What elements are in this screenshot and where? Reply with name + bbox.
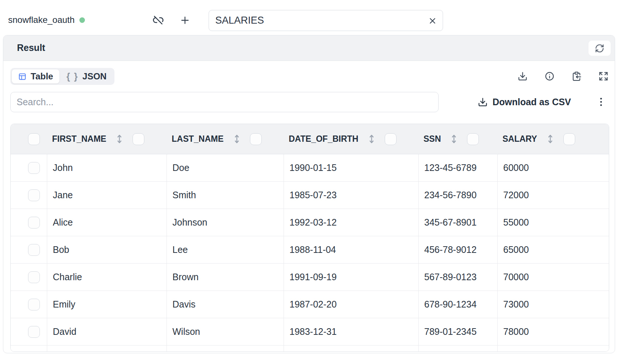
- table-cell: [47, 346, 167, 352]
- column-checkbox[interactable]: [133, 133, 144, 145]
- result-panel: Result Table { } JSON Download as CSV: [3, 35, 615, 353]
- table-row: BobLee1988-11-04456-78-901265000: [11, 236, 609, 264]
- row-select-cell: [11, 182, 47, 209]
- table-cell: Smith: [167, 182, 284, 209]
- search-input[interactable]: [10, 92, 439, 112]
- table-cell: Johnson: [167, 209, 284, 236]
- row-select-cell: [11, 209, 47, 236]
- select-all-checkbox[interactable]: [28, 133, 40, 145]
- table-cell: 678-90-1234: [418, 291, 497, 318]
- kebab-menu-icon[interactable]: [596, 97, 606, 107]
- table-header-row: FIRST_NAMELAST_NAMEDATE_OF_BIRTHSSNSALAR…: [11, 124, 609, 154]
- column-checkbox[interactable]: [467, 133, 479, 145]
- tab-table-label: Table: [31, 71, 53, 82]
- table-cell: Bob: [47, 236, 167, 263]
- table-cell: 1985-07-23: [284, 182, 418, 209]
- table-cell: [284, 346, 418, 352]
- column-checkbox[interactable]: [385, 133, 397, 145]
- header-cell-ssn: SSN: [418, 124, 497, 154]
- table-cell: 60000: [497, 154, 609, 181]
- table-cell: 345-67-8901: [418, 209, 497, 236]
- table-cell: 1992-03-12: [284, 209, 418, 236]
- clipboard-paste-icon[interactable]: [572, 71, 581, 81]
- table-controls-row: Download as CSV: [10, 92, 609, 112]
- table-cell: 1987-02-20: [284, 291, 418, 318]
- table-cell: Jane: [47, 182, 167, 209]
- header-cell-first_name: FIRST_NAME: [47, 124, 167, 154]
- table-row: CharlieBrown1991-09-19567-89-012370000: [11, 264, 609, 291]
- tab-table[interactable]: Table: [12, 69, 59, 83]
- table-row: EmilyDavis1987-02-20678-90-123473000: [11, 291, 609, 318]
- row-checkbox[interactable]: [28, 162, 40, 174]
- plus-icon[interactable]: [180, 15, 190, 25]
- table-row: AliceJohnson1992-03-12345-67-890155000: [11, 209, 609, 236]
- row-select-cell: [11, 346, 47, 352]
- braces-icon: { }: [66, 71, 78, 82]
- table-cell: Alice: [47, 209, 167, 236]
- row-checkbox[interactable]: [28, 271, 40, 283]
- column-label: FIRST_NAME: [52, 134, 106, 144]
- unlink-icon[interactable]: [152, 14, 164, 26]
- refresh-button[interactable]: [589, 41, 611, 56]
- connection-status-dot: [79, 17, 85, 23]
- column-label: SALARY: [502, 134, 537, 144]
- column-label: SSN: [423, 134, 441, 144]
- table-cell: 55000: [497, 209, 609, 236]
- download-icon: [478, 97, 488, 107]
- sort-icon[interactable]: [116, 134, 123, 144]
- table-cell: Doe: [167, 154, 284, 181]
- table-cell: Lee: [167, 236, 284, 263]
- row-checkbox[interactable]: [28, 217, 40, 229]
- table-cell: 72000: [497, 182, 609, 209]
- table-cell: [418, 346, 497, 352]
- table-cell: 567-89-0123: [418, 264, 497, 291]
- table-cell: John: [47, 154, 167, 181]
- table-row: JaneSmith1985-07-23234-56-789072000: [11, 182, 609, 209]
- row-select-cell: [11, 318, 47, 345]
- table-cell: Emily: [47, 291, 167, 318]
- result-toolbar: [518, 71, 608, 81]
- connection-label: snowflake_oauth: [8, 15, 75, 25]
- result-table: FIRST_NAMELAST_NAMEDATE_OF_BIRTHSSNSALAR…: [10, 124, 609, 352]
- table-cell: 123-45-6789: [418, 154, 497, 181]
- tab-json[interactable]: { } JSON: [60, 69, 113, 83]
- column-checkbox[interactable]: [563, 133, 575, 145]
- download-icon[interactable]: [518, 71, 528, 81]
- view-toggle: Table { } JSON: [10, 68, 114, 85]
- connection-name: snowflake_oauth: [8, 15, 85, 25]
- row-checkbox[interactable]: [28, 189, 40, 201]
- column-checkbox[interactable]: [250, 133, 262, 145]
- table-cell: Wilson: [167, 318, 284, 345]
- sort-icon[interactable]: [233, 134, 240, 144]
- sort-icon[interactable]: [368, 134, 375, 144]
- info-icon[interactable]: [545, 71, 555, 81]
- table-cell: David: [47, 318, 167, 345]
- header-cell-salary: SALARY: [497, 124, 609, 154]
- x-icon: [428, 16, 437, 25]
- table-cell: [167, 346, 284, 352]
- table-cell: 234-56-7890: [418, 182, 497, 209]
- table-cell: 73000: [497, 291, 609, 318]
- sort-icon[interactable]: [450, 134, 457, 144]
- row-checkbox[interactable]: [28, 299, 40, 310]
- row-checkbox[interactable]: [28, 326, 40, 338]
- panel-title: Result: [17, 42, 45, 53]
- download-csv-button[interactable]: Download as CSV: [478, 92, 571, 112]
- table-cell: Davis: [167, 291, 284, 318]
- view-toggle-row: Table { } JSON: [10, 68, 609, 85]
- clear-query-button[interactable]: [428, 16, 437, 25]
- header-cell-last_name: LAST_NAME: [167, 124, 284, 154]
- row-select-cell: [11, 291, 47, 318]
- query-input[interactable]: [209, 10, 443, 31]
- result-panel-header: Result: [3, 35, 615, 61]
- row-checkbox[interactable]: [28, 244, 40, 256]
- sort-icon[interactable]: [547, 134, 554, 144]
- top-bar: snowflake_oauth: [0, 0, 621, 35]
- table-cell: 1983-12-31: [284, 318, 418, 345]
- table-icon: [18, 72, 27, 81]
- table-cell: 1988-11-04: [284, 236, 418, 263]
- table-row: DavidWilson1983-12-31789-01-234578000: [11, 318, 609, 346]
- table-cell: 65000: [497, 236, 609, 263]
- table-cell: 789-01-2345: [418, 318, 497, 345]
- expand-icon[interactable]: [598, 71, 608, 81]
